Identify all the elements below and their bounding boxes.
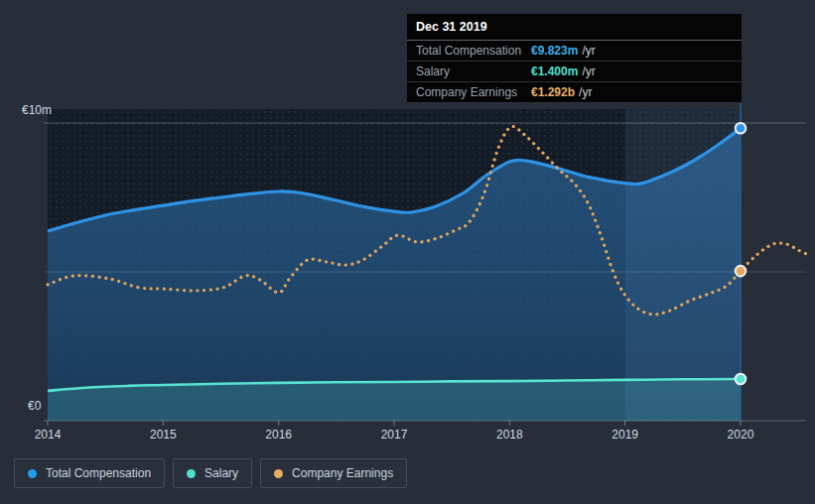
legend-item-company-earnings[interactable]: Company Earnings — [260, 458, 407, 488]
compensation-chart: €10m €0 2014 2015 2016 2017 2018 2019 20… — [0, 0, 815, 504]
legend-item-salary[interactable]: Salary — [173, 458, 252, 488]
highlight-band — [625, 109, 741, 421]
x-tick-label-2019: 2019 — [611, 428, 638, 441]
tooltip-row-suffix: /yr — [582, 64, 595, 78]
y-axis-label-bottom: €0 — [28, 399, 41, 413]
tooltip-row-value-2: €1.292b — [531, 85, 575, 99]
axis-ticks — [48, 421, 741, 426]
tooltip-row-suffix: /yr — [579, 85, 592, 99]
legend-dot-0 — [28, 469, 37, 478]
tooltip-row-suffix: /yr — [582, 44, 595, 58]
legend-dot-1 — [187, 469, 196, 478]
x-tick-label-2016: 2016 — [265, 428, 292, 441]
legend-label: Company Earnings — [292, 466, 393, 480]
x-tick-label-2014: 2014 — [35, 428, 62, 441]
chart-legend: Total Compensation Salary Company Earnin… — [14, 458, 407, 488]
tooltip-row-value-1: €1.400m — [531, 64, 578, 78]
tooltip-row-total-compensation: Total Compensation €9.823m /yr — [407, 41, 742, 62]
legend-item-total-compensation[interactable]: Total Compensation — [14, 458, 165, 488]
y-axis-label-top: €10m — [22, 103, 52, 117]
tooltip-row-label: Total Compensation — [416, 44, 531, 58]
legend-label: Total Compensation — [46, 466, 151, 480]
tooltip-row-label: Company Earnings — [416, 85, 531, 99]
tooltip-row-company-earnings: Company Earnings €1.292b /yr — [407, 82, 742, 103]
tooltip-row-salary: Salary €1.400m /yr — [407, 62, 742, 82]
x-tick-label-2015: 2015 — [150, 428, 177, 441]
legend-label: Salary — [204, 466, 238, 480]
legend-dot-2 — [274, 469, 283, 478]
x-tick-label-2017: 2017 — [381, 428, 408, 441]
tooltip-date: Dec 31 2019 — [407, 14, 742, 41]
x-tick-label-2018: 2018 — [496, 428, 523, 441]
tooltip-row-value-0: €9.823m — [531, 44, 578, 58]
x-tick-label-2020: 2020 — [728, 428, 754, 441]
hover-tooltip: Dec 31 2019 Total Compensation €9.823m /… — [407, 14, 742, 103]
tooltip-row-label: Salary — [416, 64, 531, 78]
